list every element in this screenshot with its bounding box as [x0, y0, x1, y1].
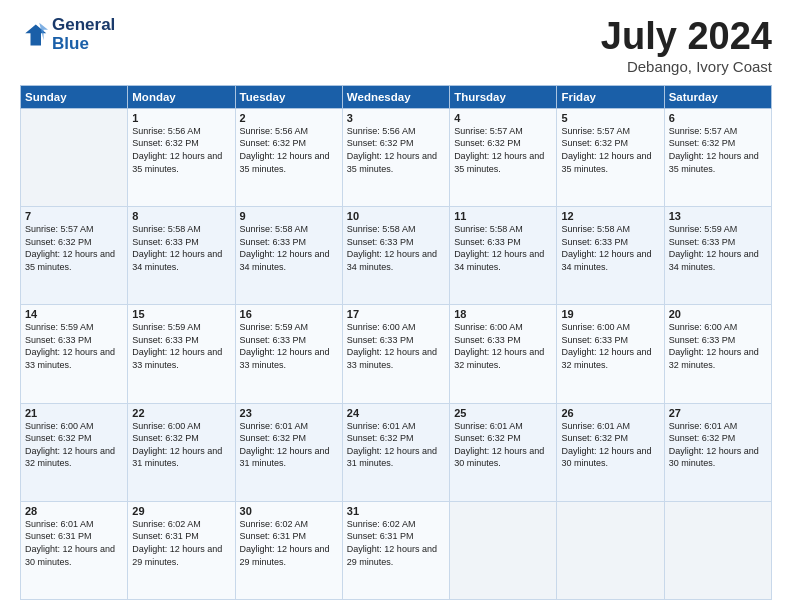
day-number: 24 [347, 407, 445, 419]
calendar-cell: 25Sunrise: 6:01 AMSunset: 6:32 PMDayligh… [450, 403, 557, 501]
cell-sunrise: Sunrise: 5:57 AMSunset: 6:32 PMDaylight:… [561, 126, 651, 174]
calendar-cell: 24Sunrise: 6:01 AMSunset: 6:32 PMDayligh… [342, 403, 449, 501]
day-number: 15 [132, 308, 230, 320]
calendar-cell: 2Sunrise: 5:56 AMSunset: 6:32 PMDaylight… [235, 108, 342, 206]
calendar-cell: 17Sunrise: 6:00 AMSunset: 6:33 PMDayligh… [342, 305, 449, 403]
day-number: 17 [347, 308, 445, 320]
calendar-cell [21, 108, 128, 206]
calendar-cell: 11Sunrise: 5:58 AMSunset: 6:33 PMDayligh… [450, 207, 557, 305]
day-number: 18 [454, 308, 552, 320]
day-number: 2 [240, 112, 338, 124]
calendar-cell: 23Sunrise: 6:01 AMSunset: 6:32 PMDayligh… [235, 403, 342, 501]
calendar-cell: 7Sunrise: 5:57 AMSunset: 6:32 PMDaylight… [21, 207, 128, 305]
cell-sunrise: Sunrise: 5:56 AMSunset: 6:32 PMDaylight:… [347, 126, 437, 174]
day-number: 11 [454, 210, 552, 222]
calendar-cell: 9Sunrise: 5:58 AMSunset: 6:33 PMDaylight… [235, 207, 342, 305]
cell-sunrise: Sunrise: 5:58 AMSunset: 6:33 PMDaylight:… [561, 224, 651, 272]
day-number: 30 [240, 505, 338, 517]
day-number: 7 [25, 210, 123, 222]
day-number: 4 [454, 112, 552, 124]
day-number: 5 [561, 112, 659, 124]
cell-sunrise: Sunrise: 5:58 AMSunset: 6:33 PMDaylight:… [240, 224, 330, 272]
calendar-cell: 20Sunrise: 6:00 AMSunset: 6:33 PMDayligh… [664, 305, 771, 403]
day-number: 1 [132, 112, 230, 124]
cell-sunrise: Sunrise: 5:57 AMSunset: 6:32 PMDaylight:… [454, 126, 544, 174]
day-number: 14 [25, 308, 123, 320]
calendar-cell: 15Sunrise: 5:59 AMSunset: 6:33 PMDayligh… [128, 305, 235, 403]
week-row-3: 14Sunrise: 5:59 AMSunset: 6:33 PMDayligh… [21, 305, 772, 403]
cell-sunrise: Sunrise: 5:57 AMSunset: 6:32 PMDaylight:… [669, 126, 759, 174]
day-number: 23 [240, 407, 338, 419]
logo-line1: General [52, 16, 115, 35]
week-row-5: 28Sunrise: 6:01 AMSunset: 6:31 PMDayligh… [21, 501, 772, 599]
cell-sunrise: Sunrise: 6:02 AMSunset: 6:31 PMDaylight:… [132, 519, 222, 567]
calendar-cell: 13Sunrise: 5:59 AMSunset: 6:33 PMDayligh… [664, 207, 771, 305]
cell-sunrise: Sunrise: 6:01 AMSunset: 6:32 PMDaylight:… [454, 421, 544, 469]
cell-sunrise: Sunrise: 5:56 AMSunset: 6:32 PMDaylight:… [132, 126, 222, 174]
title-block: July 2024 Debango, Ivory Coast [601, 16, 772, 75]
calendar-cell: 1Sunrise: 5:56 AMSunset: 6:32 PMDaylight… [128, 108, 235, 206]
month-title: July 2024 [601, 16, 772, 58]
calendar-cell: 30Sunrise: 6:02 AMSunset: 6:31 PMDayligh… [235, 501, 342, 599]
cell-sunrise: Sunrise: 5:59 AMSunset: 6:33 PMDaylight:… [132, 322, 222, 370]
calendar-cell [450, 501, 557, 599]
day-number: 29 [132, 505, 230, 517]
calendar-cell: 29Sunrise: 6:02 AMSunset: 6:31 PMDayligh… [128, 501, 235, 599]
weekday-header-row: SundayMondayTuesdayWednesdayThursdayFrid… [21, 85, 772, 108]
calendar-cell: 21Sunrise: 6:00 AMSunset: 6:32 PMDayligh… [21, 403, 128, 501]
cell-sunrise: Sunrise: 5:56 AMSunset: 6:32 PMDaylight:… [240, 126, 330, 174]
cell-sunrise: Sunrise: 6:01 AMSunset: 6:31 PMDaylight:… [25, 519, 115, 567]
calendar-cell: 22Sunrise: 6:00 AMSunset: 6:32 PMDayligh… [128, 403, 235, 501]
calendar-cell: 6Sunrise: 5:57 AMSunset: 6:32 PMDaylight… [664, 108, 771, 206]
logo: General Blue [20, 16, 115, 53]
day-number: 12 [561, 210, 659, 222]
day-number: 27 [669, 407, 767, 419]
cell-sunrise: Sunrise: 6:02 AMSunset: 6:31 PMDaylight:… [347, 519, 437, 567]
calendar-cell: 27Sunrise: 6:01 AMSunset: 6:32 PMDayligh… [664, 403, 771, 501]
calendar-page: General Blue July 2024 Debango, Ivory Co… [0, 0, 792, 612]
week-row-4: 21Sunrise: 6:00 AMSunset: 6:32 PMDayligh… [21, 403, 772, 501]
cell-sunrise: Sunrise: 5:58 AMSunset: 6:33 PMDaylight:… [347, 224, 437, 272]
weekday-header-monday: Monday [128, 85, 235, 108]
location: Debango, Ivory Coast [601, 58, 772, 75]
cell-sunrise: Sunrise: 5:59 AMSunset: 6:33 PMDaylight:… [669, 224, 759, 272]
calendar-cell [557, 501, 664, 599]
weekday-header-thursday: Thursday [450, 85, 557, 108]
calendar-cell: 16Sunrise: 5:59 AMSunset: 6:33 PMDayligh… [235, 305, 342, 403]
cell-sunrise: Sunrise: 6:00 AMSunset: 6:32 PMDaylight:… [132, 421, 222, 469]
day-number: 22 [132, 407, 230, 419]
weekday-header-sunday: Sunday [21, 85, 128, 108]
calendar-cell: 5Sunrise: 5:57 AMSunset: 6:32 PMDaylight… [557, 108, 664, 206]
cell-sunrise: Sunrise: 6:00 AMSunset: 6:33 PMDaylight:… [561, 322, 651, 370]
day-number: 19 [561, 308, 659, 320]
weekday-header-wednesday: Wednesday [342, 85, 449, 108]
calendar-cell: 31Sunrise: 6:02 AMSunset: 6:31 PMDayligh… [342, 501, 449, 599]
calendar-cell: 19Sunrise: 6:00 AMSunset: 6:33 PMDayligh… [557, 305, 664, 403]
calendar-cell: 28Sunrise: 6:01 AMSunset: 6:31 PMDayligh… [21, 501, 128, 599]
calendar-cell [664, 501, 771, 599]
calendar-cell: 26Sunrise: 6:01 AMSunset: 6:32 PMDayligh… [557, 403, 664, 501]
calendar-cell: 14Sunrise: 5:59 AMSunset: 6:33 PMDayligh… [21, 305, 128, 403]
weekday-header-saturday: Saturday [664, 85, 771, 108]
logo-icon [20, 21, 48, 49]
cell-sunrise: Sunrise: 6:01 AMSunset: 6:32 PMDaylight:… [561, 421, 651, 469]
calendar-cell: 3Sunrise: 5:56 AMSunset: 6:32 PMDaylight… [342, 108, 449, 206]
cell-sunrise: Sunrise: 6:00 AMSunset: 6:33 PMDaylight:… [454, 322, 544, 370]
week-row-1: 1Sunrise: 5:56 AMSunset: 6:32 PMDaylight… [21, 108, 772, 206]
calendar-table: SundayMondayTuesdayWednesdayThursdayFrid… [20, 85, 772, 600]
day-number: 31 [347, 505, 445, 517]
calendar-cell: 12Sunrise: 5:58 AMSunset: 6:33 PMDayligh… [557, 207, 664, 305]
cell-sunrise: Sunrise: 5:57 AMSunset: 6:32 PMDaylight:… [25, 224, 115, 272]
day-number: 10 [347, 210, 445, 222]
day-number: 16 [240, 308, 338, 320]
cell-sunrise: Sunrise: 6:02 AMSunset: 6:31 PMDaylight:… [240, 519, 330, 567]
day-number: 21 [25, 407, 123, 419]
weekday-header-friday: Friday [557, 85, 664, 108]
cell-sunrise: Sunrise: 5:58 AMSunset: 6:33 PMDaylight:… [132, 224, 222, 272]
weekday-header-tuesday: Tuesday [235, 85, 342, 108]
day-number: 3 [347, 112, 445, 124]
cell-sunrise: Sunrise: 5:59 AMSunset: 6:33 PMDaylight:… [240, 322, 330, 370]
logo-line2: Blue [52, 35, 115, 54]
cell-sunrise: Sunrise: 5:59 AMSunset: 6:33 PMDaylight:… [25, 322, 115, 370]
day-number: 20 [669, 308, 767, 320]
